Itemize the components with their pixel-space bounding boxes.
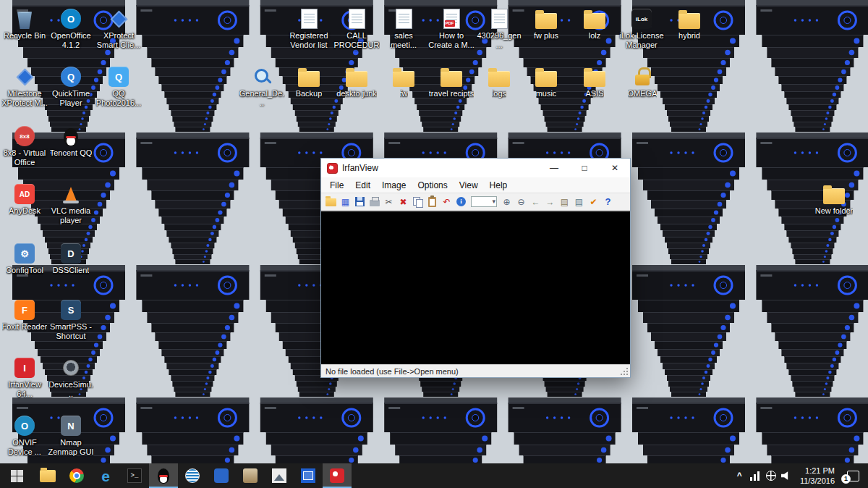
paste-button-icon (428, 197, 436, 207)
paste-button[interactable] (425, 195, 439, 209)
desktop-icon-deskto-junk[interactable]: deskto junk (333, 64, 380, 98)
minimize-button[interactable]: — (539, 159, 569, 177)
hidden-icons-chevron[interactable]: ^ (734, 471, 745, 480)
taskbar-tan-app[interactable] (236, 463, 265, 488)
prev-image-button[interactable]: ← (529, 195, 542, 209)
travel-recipts-icon (438, 64, 464, 87)
command-prompt-icon: >_ (127, 468, 142, 483)
menu-options[interactable]: Options (412, 180, 453, 190)
desktop-icon-foxit-reader[interactable]: FFoxit Reader (1, 297, 48, 332)
icon-label: Backup (296, 89, 323, 98)
volume-icon[interactable] (781, 471, 792, 481)
desktop-icon-quicktime-player[interactable]: QQuickTime Player (48, 64, 94, 108)
desktop-icon-call-procedure[interactable]: CALL PROCEDURE (333, 6, 380, 51)
taskbar-irfanview[interactable] (323, 463, 352, 488)
window-titlebar[interactable]: IrfanView — □ ✕ (321, 159, 630, 177)
taskbar-photos[interactable] (265, 463, 294, 488)
media-app-icon (301, 468, 315, 483)
icon-label: QuickTime Player (48, 89, 94, 108)
desktop-icon-dssclient[interactable]: DDSSClient (48, 240, 94, 275)
desktop-icon-backup[interactable]: Backup (286, 64, 332, 98)
qq-icon (158, 468, 169, 484)
print-button[interactable] (367, 195, 381, 209)
menu-help[interactable]: Help (484, 180, 514, 190)
thumbnails-button[interactable]: ▦ (339, 195, 352, 209)
zoom-in-button[interactable]: ⊕ (500, 195, 514, 209)
desktop-icon-nmap-zenmap[interactable]: NNmap Zenmap GUI (48, 413, 94, 457)
irfanview-logo-icon (327, 163, 338, 174)
taskbar-file-explorer[interactable] (33, 463, 62, 488)
action-center-icon[interactable]: 1 (847, 471, 859, 481)
desktop-icon-xprotect-smart-client[interactable]: XProtect Smart Clie... (95, 6, 142, 50)
icon-label: CALL PROCEDURE (333, 31, 380, 51)
info-button[interactable] (454, 195, 468, 209)
desktop-icon-irfanview-64[interactable]: IIrfanView 64... (1, 355, 48, 399)
icon-label: OpenOffice 4.1.2 (48, 31, 94, 50)
taskbar-chrome[interactable] (62, 463, 91, 488)
desktop-icon-openoffice[interactable]: OOpenOffice 4.1.2 (48, 6, 94, 50)
desktop-icon-omega[interactable]: OMEGA (619, 64, 665, 98)
menu-file[interactable]: File (324, 180, 349, 190)
icon-label: iLok License Manager (618, 31, 665, 50)
desktop-icon-lolz[interactable]: lolz (571, 6, 618, 41)
menu-view[interactable]: View (454, 180, 484, 190)
desktop-icon-430296-gen[interactable]: 430296_gen... (476, 6, 522, 50)
photos-icon (272, 468, 286, 483)
network-icon[interactable] (750, 471, 761, 481)
desktop-icon-sales-meeting[interactable]: sales meeti... (380, 6, 427, 50)
undo-button[interactable]: ↶ (440, 195, 454, 209)
desktop-icon-travel-recipts[interactable]: travel recipts (428, 64, 475, 98)
tag-button-2[interactable]: ▤ (572, 195, 586, 209)
desktop-icon-milestone-xprotect[interactable]: Milestone XProtect M... (1, 64, 48, 108)
desktop-icon-new-folder[interactable]: New folder (811, 181, 857, 216)
desktop-icon-8x8-virtual-office[interactable]: 8x88x8 - Virtual Office (1, 123, 48, 167)
taskbar-clock[interactable]: 1:21 PM 11/3/2016 (797, 466, 838, 487)
desktop-icon-recycle-bin[interactable]: Recycle Bin (1, 6, 48, 41)
menu-edit[interactable]: Edit (349, 180, 376, 190)
desktop-icon-onvif-device-manager[interactable]: OONVIF Device ... (1, 413, 48, 457)
resize-grip[interactable] (620, 367, 629, 376)
registered-vendor-list-icon (296, 6, 322, 29)
save-button[interactable] (353, 195, 367, 209)
desktop-icon-ilok-license-manager[interactable]: iLokiLok License Manager (618, 6, 665, 50)
desktop-icon-general-de[interactable]: General_De... (239, 64, 285, 108)
desktop-icon-tencent-qq[interactable]: Tencent QQ (48, 123, 94, 158)
desktop-icon-qq-photo[interactable]: QQQ Photo2016... (95, 64, 142, 108)
desktop-icon-how-to-create[interactable]: PDFHow to Create a M... (428, 6, 475, 50)
globe-icon[interactable] (766, 471, 776, 481)
desktop-icon-configtool[interactable]: ⚙ConfigTool (1, 240, 48, 275)
close-button[interactable]: ✕ (600, 159, 630, 177)
taskbar-qq[interactable] (149, 463, 178, 488)
quicktime-player-icon: Q (58, 64, 84, 87)
open-button[interactable] (324, 195, 338, 209)
desktop-icon-anydesk[interactable]: ADAnyDesk (1, 181, 48, 216)
desktop-icon-asis[interactable]: ASIS (571, 64, 618, 98)
taskbar-globe-app[interactable] (178, 463, 207, 488)
next-image-button[interactable]: → (543, 195, 557, 209)
desktop-icon-registered-vendor-list[interactable]: Registered Vendor list (286, 6, 332, 50)
menu-image[interactable]: Image (376, 180, 412, 190)
zoom-out-button[interactable]: ⊖ (514, 195, 528, 209)
taskbar-edge[interactable]: e (91, 463, 120, 488)
copy-button[interactable] (411, 195, 425, 209)
taskbar-command-prompt[interactable]: >_ (120, 463, 149, 488)
help-button[interactable]: ? (601, 195, 615, 209)
desktop-icon-fw-plus[interactable]: fw plus (523, 6, 569, 41)
desktop-icon-logs[interactable]: logs (476, 64, 522, 98)
taskbar-media-app[interactable] (294, 463, 323, 488)
desktop-icon-fw[interactable]: fw (380, 64, 427, 98)
zoom-combo[interactable] (469, 195, 499, 209)
ok-check-button[interactable]: ✔ (587, 195, 600, 209)
taskbar-start-button[interactable] (0, 463, 33, 488)
delete-button[interactable]: ✖ (396, 195, 410, 209)
desktop-icon-hybrid[interactable]: hybrid (666, 6, 712, 41)
taskbar-blue-app[interactable] (207, 463, 236, 488)
desktop-icon-smartpss[interactable]: SSmartPSS - Shortcut (48, 297, 94, 341)
desktop-icon-devicesimu[interactable]: DeviceSimu... (48, 355, 94, 399)
tag-button-1[interactable]: ▤ (558, 195, 571, 209)
desktop-icon-music[interactable]: music (523, 64, 569, 98)
maximize-button[interactable]: □ (569, 159, 600, 177)
cut-button[interactable]: ✂ (382, 195, 396, 209)
hybrid-icon (676, 6, 702, 29)
desktop-icon-vlc-media-player[interactable]: VLC media player (48, 181, 94, 225)
